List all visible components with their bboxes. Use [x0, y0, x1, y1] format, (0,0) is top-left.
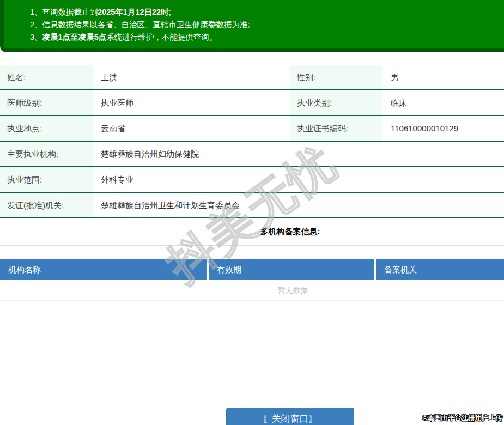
practice-scope-value: 外科专业: [93, 167, 504, 192]
certificate-number-label: 执业证书编码:: [290, 116, 382, 141]
filing-table: 机构名称 有效期 备案机关 暂无数据: [0, 259, 504, 301]
table-row: 姓名: 王洪 性别: 男: [0, 65, 504, 90]
doctor-level-label: 医师级别:: [0, 90, 93, 115]
table-row: 发证(批准)机关: 楚雄彝族自治州卫生和计划生育委员会: [0, 193, 504, 218]
certificate-number-value: 110610000010129: [382, 116, 504, 141]
empty-data-row: 暂无数据: [0, 280, 504, 301]
footer-divider: [0, 400, 504, 400]
main-institution-value: 楚雄彝族自治州妇幼保健院: [93, 142, 504, 166]
filing-table-header: 机构名称 有效期 备案机关: [0, 259, 504, 280]
notice-line-1: 1、查询数据截止到2025年1月12日22时;: [30, 6, 499, 19]
table-row: 执业范围: 外科专业: [0, 167, 504, 193]
notice-banner: 1、查询数据截止到2025年1月12日22时; 2、信息数据结果以各省、自治区、…: [0, 0, 504, 52]
table-row: 执业地点: 云南省 执业证书编码: 110610000010129: [0, 116, 504, 142]
notice-line-2-number: 2、: [30, 20, 42, 29]
main-institution-label: 主要执业机构:: [0, 142, 93, 166]
table-row: 主要执业机构: 楚雄彝族自治州妇幼保健院: [0, 142, 504, 167]
practice-location-label: 执业地点:: [0, 116, 93, 141]
practice-category-label: 执业类别:: [290, 90, 382, 115]
notice-line-3-number: 3、: [30, 33, 42, 41]
notice-line-2: 2、信息数据结果以各省、自治区、直辖市卫生健康委数据为准;: [30, 19, 499, 31]
close-window-button[interactable]: 〖关闭窗口〗: [226, 408, 354, 425]
column-header-filing-authority: 备案机关: [376, 259, 504, 280]
gender-label: 性别:: [290, 65, 382, 89]
practice-scope-label: 执业范围:: [0, 167, 93, 192]
section-divider: [0, 245, 504, 246]
gender-value: 男: [382, 65, 504, 89]
notice-line-3: 3、凌晨1点至凌晨5点系统进行维护，不能提供查询。: [30, 31, 499, 44]
copyright-watermark: ©本图由平台注册用户上传: [422, 414, 502, 423]
table-row: 医师级别: 执业医师 执业类别: 临床: [0, 90, 504, 116]
column-header-valid-period: 有效期: [209, 259, 376, 280]
multi-institution-filing-title: 多机构备案信息:: [38, 226, 504, 238]
name-label: 姓名:: [0, 65, 93, 89]
name-value: 王洪: [93, 65, 290, 89]
issuing-authority-label: 发证(批准)机关:: [0, 193, 93, 217]
column-header-institution-name: 机构名称: [0, 259, 209, 280]
doctor-level-value: 执业医师: [93, 90, 290, 115]
notice-line-1-number: 1、: [30, 8, 42, 16]
practice-category-value: 临床: [382, 90, 504, 115]
practitioner-info-table: 姓名: 王洪 性别: 男 医师级别: 执业医师 执业类别: 临床 执业地点: 云…: [0, 65, 504, 218]
practice-location-value: 云南省: [93, 116, 290, 141]
empty-data-text: 暂无数据: [278, 286, 308, 294]
issuing-authority-value: 楚雄彝族自治州卫生和计划生育委员会: [93, 193, 504, 217]
